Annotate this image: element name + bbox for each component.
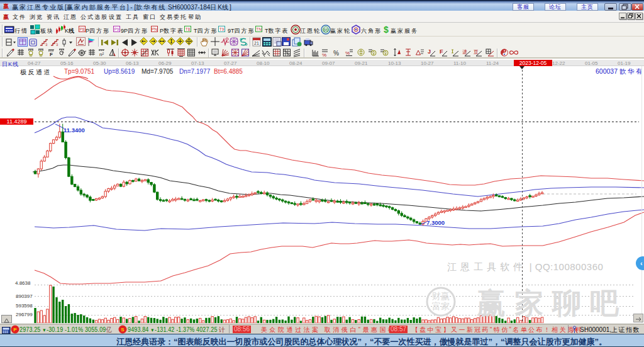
svg-text:赢: 赢 — [3, 3, 9, 9]
svg-text:3: 3 — [56, 43, 58, 47]
svg-text:J: J — [428, 48, 431, 55]
svg-text:86: 86 — [323, 28, 328, 32]
svg-text:F: F — [440, 48, 443, 55]
svg-text:赢: 赢 — [3, 14, 9, 20]
svg-text:S: S — [121, 327, 125, 333]
svg-text:P: P — [13, 327, 17, 333]
svg-text:%: % — [345, 50, 350, 56]
svg-text:%: % — [333, 50, 339, 57]
svg-text:3: 3 — [45, 43, 48, 47]
svg-text:富家: 富家 — [432, 301, 450, 311]
svg-text:财赢: 财赢 — [432, 291, 450, 301]
svg-text:进: 进 — [462, 49, 467, 55]
svg-text:n²: n² — [99, 52, 104, 57]
svg-text:F: F — [50, 52, 53, 57]
svg-text:21: 21 — [254, 41, 259, 45]
svg-text:%: % — [322, 52, 326, 57]
svg-text:‹: ‹ — [640, 259, 643, 267]
svg-text:豆: 豆 — [474, 49, 479, 55]
